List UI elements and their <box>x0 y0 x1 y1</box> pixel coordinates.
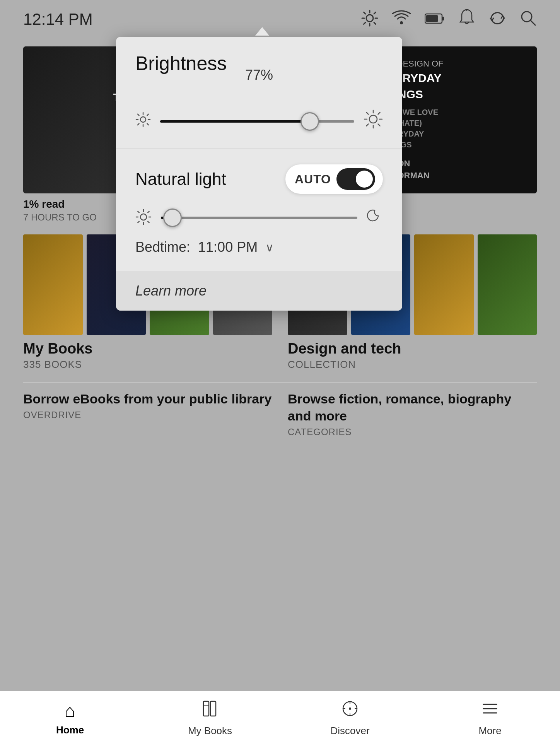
wifi-icon <box>392 10 411 29</box>
browse-promo[interactable]: Browse fiction, romance, biography and m… <box>288 390 537 437</box>
bottom-navigation: ⌂ Home My Books Discover <box>0 691 560 745</box>
svg-point-19 <box>349 707 351 710</box>
home-icon: ⌂ <box>65 700 75 721</box>
borrow-title: Borrow eBooks from your public library <box>23 390 272 407</box>
svg-rect-16 <box>210 701 216 716</box>
divider-1 <box>23 382 537 383</box>
discover-icon <box>341 700 359 722</box>
svg-line-8 <box>364 22 366 24</box>
bedtime-chevron-icon[interactable]: ∨ <box>265 241 274 254</box>
learn-more-link[interactable]: Learn more <box>135 283 207 299</box>
svg-rect-12 <box>426 15 438 22</box>
svg-point-0 <box>366 15 373 22</box>
borrow-promo[interactable]: Borrow eBooks from your public library O… <box>23 390 272 437</box>
svg-line-43 <box>378 112 380 114</box>
brightness-slider-row <box>135 109 383 133</box>
warmth-slider-track[interactable] <box>161 217 357 219</box>
auto-toggle[interactable]: AUTO <box>285 164 383 194</box>
nav-home-label: Home <box>56 724 84 736</box>
brightness-slider-fill <box>160 120 310 123</box>
svg-line-14 <box>530 20 535 25</box>
svg-point-36 <box>369 115 377 123</box>
sync-icon[interactable] <box>489 10 506 29</box>
svg-line-53 <box>138 221 139 223</box>
brightness-section: Brightness 77% <box>116 37 402 149</box>
book-thumb-1 <box>23 234 83 335</box>
moon-icon <box>367 208 383 227</box>
my-books-count: 335 BOOKS <box>23 359 272 371</box>
status-icons <box>361 9 537 30</box>
design-tech-meta: COLLECTION <box>288 359 537 371</box>
svg-point-27 <box>140 117 146 122</box>
book-thumb-7 <box>414 234 474 335</box>
nav-my-books-label: My Books <box>188 725 232 737</box>
natural-light-toggle[interactable] <box>336 168 375 190</box>
sun-dim-icon <box>135 112 151 131</box>
svg-point-9 <box>400 21 403 24</box>
svg-point-45 <box>140 214 147 220</box>
status-time: 12:14 PM <box>23 10 93 29</box>
warmth-slider-row <box>135 208 383 227</box>
svg-line-32 <box>138 114 139 116</box>
natural-light-row: Natural light AUTO <box>135 164 383 194</box>
svg-line-52 <box>148 211 149 213</box>
svg-line-50 <box>138 211 139 213</box>
more-icon <box>481 700 499 722</box>
notification-icon[interactable] <box>459 9 475 30</box>
bedtime-label: Bedtime: <box>135 239 190 255</box>
browse-meta: CATEGORIES <box>288 427 537 437</box>
svg-line-5 <box>364 12 366 14</box>
svg-rect-11 <box>442 17 444 21</box>
panel-arrow <box>255 27 269 36</box>
nav-more-label: More <box>478 725 501 737</box>
nav-more[interactable]: More <box>420 691 560 745</box>
design-tech-title: Design and tech <box>288 340 537 357</box>
search-icon[interactable] <box>520 10 537 29</box>
brightness-panel: Brightness 77% <box>116 37 402 311</box>
learn-more-section: Learn more <box>116 271 402 311</box>
svg-line-35 <box>138 124 139 125</box>
nav-discover[interactable]: Discover <box>280 691 420 745</box>
brightness-slider-thumb[interactable] <box>300 112 319 131</box>
promo-row: Borrow eBooks from your public library O… <box>23 390 537 437</box>
svg-line-44 <box>366 124 368 126</box>
svg-line-42 <box>378 124 380 126</box>
browse-title: Browse fiction, romance, biography and m… <box>288 390 537 424</box>
nav-discover-label: Discover <box>330 725 369 737</box>
svg-line-34 <box>147 114 149 116</box>
book-thumb-8 <box>478 234 537 335</box>
auto-label: AUTO <box>295 172 331 186</box>
sun-bright-icon <box>364 109 383 133</box>
my-books-nav-icon <box>201 700 219 722</box>
svg-line-6 <box>374 22 376 24</box>
borrow-meta: OVERDRIVE <box>23 410 272 420</box>
nav-home[interactable]: ⌂ Home <box>0 691 140 745</box>
svg-line-41 <box>366 112 368 114</box>
battery-icon <box>425 11 445 28</box>
bedtime-value: 11:00 PM <box>198 239 258 255</box>
natural-light-label: Natural light <box>135 169 226 189</box>
warmth-slider-thumb[interactable] <box>163 208 182 227</box>
svg-rect-15 <box>203 701 209 716</box>
bedtime-row: Bedtime: 11:00 PM ∨ <box>135 239 383 255</box>
brightness-value: 77% <box>245 67 273 83</box>
brightness-slider-track[interactable] <box>160 120 354 123</box>
natural-light-section: Natural light AUTO <box>116 149 402 271</box>
svg-line-33 <box>147 124 149 125</box>
status-bar: 12:14 PM <box>0 0 560 39</box>
nav-my-books[interactable]: My Books <box>140 691 280 745</box>
brightness-status-icon[interactable] <box>361 10 378 29</box>
svg-line-7 <box>374 12 376 14</box>
my-books-title: My Books <box>23 340 272 357</box>
toggle-knob <box>356 171 373 188</box>
sun-warmth-icon <box>135 209 152 227</box>
svg-line-51 <box>148 221 149 223</box>
